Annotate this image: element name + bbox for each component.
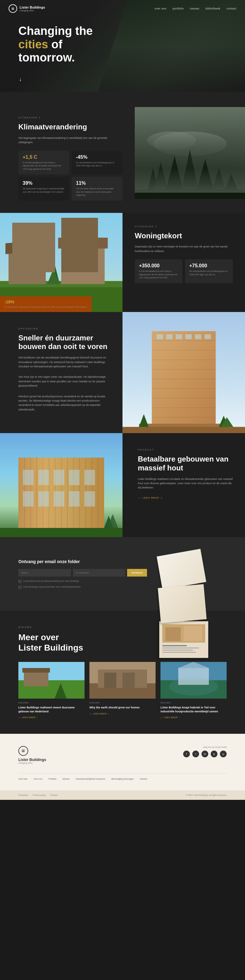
svg-rect-39 bbox=[195, 334, 202, 339]
news-img-2-svg bbox=[90, 662, 155, 698]
challenge-2-image-container: -18% De bebouwde omgeving is verantwoord… bbox=[0, 213, 123, 312]
checkbox-2-label: Lister Buildings mag mij berichten voor … bbox=[23, 585, 80, 589]
news-card-2-category: Nieuws bbox=[90, 702, 155, 704]
svg-rect-62 bbox=[38, 470, 49, 485]
footer-bottom-links: Disclaimer Privacy policy Cookies bbox=[18, 794, 58, 796]
svg-rect-78 bbox=[162, 645, 187, 646]
svg-rect-35 bbox=[157, 334, 163, 339]
stat-number-4: 11% bbox=[76, 180, 118, 186]
svg-rect-85 bbox=[22, 668, 50, 673]
footer-link-portfolio[interactable]: Portfolio bbox=[48, 778, 56, 780]
stat-desc-4: 1% van deze uitstoot wordt veroorzaakt d… bbox=[76, 187, 118, 197]
solution-building-img bbox=[123, 312, 245, 433]
footer-logo: 🏛 Lister Buildings changing cities bbox=[18, 746, 46, 764]
checkbox-2[interactable] bbox=[18, 586, 21, 589]
svg-rect-90 bbox=[104, 673, 116, 688]
svg-rect-61 bbox=[23, 470, 34, 485]
nav-link-contact[interactable]: contact bbox=[226, 7, 236, 10]
challenge-2-desc: Daarnaast zijn er meer woningen te bouwe… bbox=[135, 244, 233, 253]
challenge-2-content: UITDAGING 2 Woningtekort Daarnaast zijn … bbox=[123, 213, 245, 312]
footer-cookies-link[interactable]: Cookies bbox=[50, 794, 58, 796]
challenge-2-building-img: -18% De bebouwde omgeving is verantwoord… bbox=[0, 213, 123, 312]
brochure-page-2 bbox=[158, 584, 207, 624]
solution-desc-2: Van hout zijn er een eigen meer van stan… bbox=[18, 375, 110, 388]
challenge-1-title: Klimaatverandering bbox=[18, 123, 123, 132]
news-card-2-title: Why the earth should grow our homes bbox=[90, 706, 155, 710]
news-card-3-read-more[interactable]: — Lees meer › bbox=[160, 716, 227, 719]
svg-rect-21 bbox=[83, 256, 92, 267]
checkbox-row-2: Lister Buildings mag mij berichten voor … bbox=[18, 585, 147, 589]
social-twitter-icon[interactable]: t bbox=[192, 751, 199, 757]
social-linkedin-icon[interactable]: in bbox=[202, 751, 208, 757]
read-more-label: Lees meer bbox=[143, 496, 159, 499]
hero-line1: Changing the bbox=[18, 24, 93, 37]
svg-point-2 bbox=[147, 132, 196, 150]
svg-rect-68 bbox=[54, 491, 64, 506]
stat-number-2: -45% bbox=[76, 154, 118, 160]
news-read-more-arrow-2: › bbox=[108, 713, 109, 715]
challenge-2-stats: +350.000 In het klimaatakkoord van Parij… bbox=[135, 259, 233, 283]
challenge-2-stat-2-number: +75.000 bbox=[189, 263, 229, 269]
product-read-more[interactable]: — Lees meer › bbox=[138, 496, 233, 500]
solution-section: OPLOSSING Sneller én duurzamer bouwen da… bbox=[0, 312, 245, 433]
footer-link-bezichtiging[interactable]: Bezichtiging aanvragen bbox=[112, 778, 134, 780]
news-read-more-label-3: Lees meer bbox=[164, 716, 178, 719]
footer-privacy-link[interactable]: Privacy policy bbox=[33, 794, 46, 796]
challenge-2-stat-2: +75.000 De werelduitstoot van broeikasga… bbox=[185, 259, 233, 283]
svg-rect-42 bbox=[123, 427, 245, 433]
stat-desc-2: De werelduitstoot van broeikasgassen in … bbox=[76, 161, 118, 168]
footer-link-verantwoordelijkheid[interactable]: Verantwoordelijkheid vacatures bbox=[76, 778, 105, 780]
nav-link-about[interactable]: over ons bbox=[155, 7, 167, 10]
nav-link-library[interactable]: bibliotheek bbox=[205, 7, 221, 10]
challenge-2-section: -18% De bebouwde omgeving is verantwoord… bbox=[0, 213, 245, 312]
footer-social-icons: f t in p yt bbox=[183, 751, 227, 757]
svg-rect-95 bbox=[178, 668, 209, 685]
email-section: Ontvang per email onze folder Versturen … bbox=[0, 537, 245, 611]
footer-nav: Snel naar Over ons Portfolio Nieuws Vera… bbox=[0, 773, 245, 791]
footer-disclaimer-link[interactable]: Disclaimer bbox=[18, 794, 29, 796]
news-card-3-title: Lister Buildings knapt habriek in Tiel v… bbox=[160, 706, 227, 713]
footer-link-snel-naar[interactable]: Snel naar bbox=[18, 778, 27, 780]
svg-rect-91 bbox=[123, 673, 135, 688]
challenge-1-stats: +1,5 C In het klimaatakkoord van Parijs … bbox=[18, 151, 123, 200]
nav-link-news[interactable]: nieuws bbox=[190, 7, 199, 10]
news-card-2-read-more[interactable]: — Lees meer › bbox=[90, 713, 155, 715]
news-img-1-svg bbox=[18, 662, 85, 698]
footer-nav-row-1: Snel naar Over ons Portfolio Nieuws Vera… bbox=[18, 773, 227, 784]
challenge-2-title: Woningtekort bbox=[135, 232, 233, 240]
news-card-1-image bbox=[18, 662, 85, 698]
footer-link-kantoor[interactable]: Kantoor bbox=[140, 778, 147, 780]
social-facebook-icon[interactable]: f bbox=[183, 751, 190, 757]
nav-link-portfolio[interactable]: portfolio bbox=[173, 7, 184, 10]
social-pinterest-icon[interactable]: p bbox=[211, 751, 218, 757]
solution-label: OPLOSSING bbox=[18, 327, 110, 330]
submit-button[interactable]: Versturen bbox=[127, 569, 147, 577]
solution-desc-3: Hierdoor groeit het productieprocess ver… bbox=[18, 394, 110, 412]
checkbox-1[interactable] bbox=[18, 580, 21, 583]
challenge-1-label: UITDAGING 1 bbox=[18, 116, 123, 119]
challenge-1-image bbox=[135, 107, 245, 213]
footer-logo-icon: 🏛 bbox=[18, 746, 28, 756]
news-card-1-title: Lister Buildings realiseert meest duurza… bbox=[18, 706, 85, 713]
svg-rect-64 bbox=[69, 470, 80, 485]
challenge-2-stat-1: +350.000 In het klimaatakkoord van Parij… bbox=[135, 259, 183, 283]
svg-rect-71 bbox=[0, 528, 123, 537]
news-card-1-category: Nieuws bbox=[18, 702, 85, 704]
news-card-3-category: Nieuws bbox=[160, 702, 227, 704]
footer-link-nieuws[interactable]: Nieuws bbox=[62, 778, 69, 780]
name-input[interactable] bbox=[18, 569, 71, 577]
brochure-page-1 bbox=[159, 621, 208, 658]
news-card-1-read-more[interactable]: — Lees meer › bbox=[18, 716, 85, 719]
product-section: PRODUCT Betaalbare gebouwen van massief … bbox=[0, 433, 245, 537]
svg-rect-79 bbox=[162, 648, 199, 648]
nav-links: over ons portfolio nieuws bibliotheek co… bbox=[155, 7, 236, 10]
email-input[interactable] bbox=[73, 569, 126, 577]
news-grid: Nieuws Lister Buildings realiseert meest… bbox=[18, 662, 227, 719]
stat-box-1: +1,5 C In het klimaatakkoord van Parijs … bbox=[18, 151, 69, 175]
challenge-2-stat-1-desc: In het klimaatakkoord van Parijs is afge… bbox=[139, 270, 178, 280]
social-youtube-icon[interactable]: yt bbox=[220, 751, 227, 757]
product-title: Betaalbare gebouwen van massief hout bbox=[138, 455, 233, 473]
footer-link-over-ons[interactable]: Over ons bbox=[34, 778, 42, 780]
news-read-more-label-1: Lees meer bbox=[22, 716, 36, 719]
news-img-3-svg bbox=[160, 662, 227, 698]
